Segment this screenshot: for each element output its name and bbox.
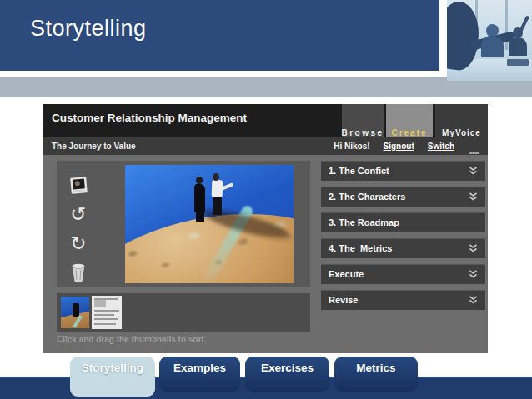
step-label: 1. The Confict — [329, 166, 389, 176]
thumbnail-strip — [57, 293, 310, 332]
meeting-photo — [447, 0, 532, 81]
chevron-double-down-icon — [469, 270, 478, 279]
panel-collapse-handle[interactable] — [469, 152, 479, 154]
step-item-execute[interactable]: Execute — [321, 264, 485, 284]
figurine-light-arm — [221, 182, 233, 190]
footer-tab-storytelling[interactable]: Storytelling — [70, 357, 155, 397]
journey-title: The Journey to Value — [52, 142, 136, 151]
story-steps-accordion: 1. The Confict 2. The Characters 3. The … — [321, 161, 485, 316]
slide: Storytelling Customer Relationship Manag… — [0, 0, 532, 399]
thumbnail-document[interactable] — [92, 296, 122, 329]
footer-tab-examples[interactable]: Examples — [159, 357, 240, 392]
rotate-ccw-icon[interactable]: ↺ — [68, 203, 89, 225]
app-titlebar: Customer Relationship Management Browse … — [43, 104, 488, 137]
step-label: 2. The Characters — [329, 192, 405, 202]
chevron-double-down-icon — [469, 296, 478, 305]
step-item-roadmap[interactable]: 3. The Roadmap — [321, 212, 485, 232]
trash-icon[interactable] — [68, 262, 89, 283]
step-label: Execute — [329, 269, 364, 279]
figurine-light-legs — [213, 197, 222, 215]
step-label: 3. The Roadmap — [329, 217, 399, 227]
chevron-double-down-icon — [469, 192, 478, 202]
editor-toolbar: ↺ ↻ — [67, 174, 90, 283]
crm-app-window: Customer Relationship Management Browse … — [43, 104, 488, 353]
chevron-double-down-icon — [469, 167, 478, 176]
journey-bar: The Journey to Value Hi Nikos! Signout S… — [43, 137, 488, 155]
step-label: Revise — [329, 295, 358, 305]
thumb-doc-line — [94, 298, 118, 300]
app-title: Customer Relationship Management — [52, 112, 247, 124]
app-nav: Browse Create MyVoice — [339, 104, 488, 137]
footer-tab-exercises[interactable]: Exercises — [245, 357, 329, 392]
thumbnail-globe[interactable] — [61, 297, 89, 328]
page-title: Storytelling — [30, 16, 147, 42]
signout-link[interactable]: Signout — [384, 142, 414, 151]
rotate-cw-icon[interactable]: ↻ — [68, 232, 89, 254]
figurine-dark-head — [196, 177, 203, 184]
step-item-revise[interactable]: Revise — [321, 290, 485, 310]
story-image-globe — [125, 165, 294, 283]
footer-tab-metrics[interactable]: Metrics — [334, 357, 418, 392]
photo-tint-overlay — [447, 0, 532, 81]
thumb-doc-line — [94, 323, 116, 325]
user-greeting: Hi Nikos! — [334, 142, 369, 151]
chevron-double-down-icon — [469, 244, 478, 253]
image-editor-panel: ↺ ↻ — [57, 161, 310, 287]
step-item-characters[interactable]: 2. The Characters — [321, 187, 485, 207]
figurine-dark — [194, 184, 205, 212]
thumb-doc-line — [94, 310, 119, 312]
step-item-conflict[interactable]: 1. The Confict — [321, 161, 485, 181]
step-item-metrics[interactable]: 4. The Metrics — [321, 238, 485, 258]
slide-header-band: Storytelling — [0, 0, 439, 71]
thumb-doc-line — [94, 314, 114, 316]
figurine-light-head — [213, 173, 219, 181]
thumb-river — [73, 315, 83, 328]
step-label: 4. The Metrics — [329, 243, 392, 253]
thumbnail-sort-hint: Click and drag the thumbnails to sort. — [57, 335, 206, 344]
photo-icon[interactable] — [68, 174, 89, 196]
thumb-figure — [73, 303, 79, 317]
figurine-dark-legs — [196, 210, 204, 222]
thumb-doc-line — [94, 318, 118, 320]
app-body: ↺ ↻ — [43, 155, 488, 353]
switch-link[interactable]: Switch — [428, 142, 454, 151]
user-session-area: Hi Nikos! Signout Switch — [334, 142, 454, 151]
thumb-doc-block — [94, 300, 106, 307]
